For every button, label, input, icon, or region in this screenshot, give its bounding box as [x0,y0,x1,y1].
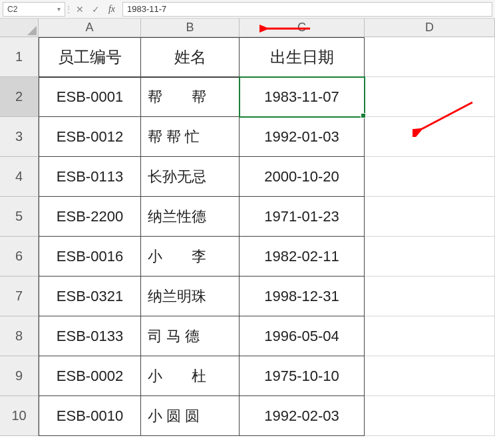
cell[interactable]: 1975-10-10 [240,356,365,396]
formula-value: 1983-11-7 [127,4,166,14]
cell[interactable]: 帮 帮 忙 [141,117,240,157]
header-cell-name[interactable]: 姓名 [141,37,240,77]
cell[interactable] [365,237,495,277]
row-header[interactable]: 3 [0,117,39,157]
cell[interactable]: 1992-02-03 [240,396,365,436]
row-header[interactable]: 9 [0,356,39,396]
cell[interactable]: ESB-2200 [39,197,141,237]
column-header-D[interactable]: D [365,19,495,37]
spreadsheet: A B C D 1 员工编号 姓名 出生日期 2 ESB-0001 帮 帮 19… [0,19,495,448]
table-row: 7 ESB-0321 纳兰明珠 1998-12-31 [0,277,495,316]
name-box-value: C2 [7,5,17,14]
cell[interactable]: ESB-0321 [39,277,141,316]
cell[interactable]: ESB-0010 [39,396,141,436]
selected-cell[interactable]: 1983-11-07 [240,77,365,117]
table-row: 10 ESB-0010 小 圆 圆 1992-02-03 [0,396,495,436]
cell[interactable]: 小 圆 圆 [141,396,240,436]
header-cell-birthdate[interactable]: 出生日期 [240,37,365,77]
cell[interactable] [365,277,495,316]
column-headers: A B C D [0,19,495,37]
cell[interactable]: 1996-05-04 [240,316,365,356]
cell[interactable] [365,37,495,77]
cell[interactable]: 1982-02-11 [240,237,365,277]
name-box[interactable]: C2 ▾ [3,2,65,17]
cell[interactable] [365,316,495,356]
formula-bar: C2 ▾ ⋮ ✕ ✓ fx 1983-11-7 [0,0,495,19]
arrow-annotation-icon [412,97,479,137]
column-header-B[interactable]: B [141,19,240,37]
column-header-A[interactable]: A [39,19,141,37]
separator: ⋮ [65,2,72,17]
cell[interactable] [365,396,495,436]
row-header[interactable]: 8 [0,316,39,356]
table-row: 8 ESB-0133 司 马 德 1996-05-04 [0,316,495,356]
table-row: 5 ESB-2200 纳兰性德 1971-01-23 [0,197,495,237]
row-header[interactable]: 4 [0,157,39,197]
row-header[interactable]: 5 [0,197,39,237]
cell[interactable]: 纳兰性德 [141,197,240,237]
cell[interactable]: 长孙无忌 [141,157,240,197]
row-header[interactable]: 7 [0,277,39,316]
cell[interactable] [365,356,495,396]
cell[interactable]: 1992-01-03 [240,117,365,157]
row-header[interactable]: 1 [0,37,39,77]
cell[interactable] [365,157,495,197]
cell[interactable]: ESB-0113 [39,157,141,197]
formula-input[interactable]: 1983-11-7 [122,2,492,17]
fx-icon[interactable]: fx [104,2,120,17]
row-header[interactable]: 10 [0,396,39,436]
svg-line-3 [422,102,472,129]
cell[interactable]: ESB-0001 [39,77,141,117]
cell[interactable]: ESB-0016 [39,237,141,277]
cancel-icon[interactable]: ✕ [72,2,88,17]
table-row: 1 员工编号 姓名 出生日期 [0,37,495,77]
confirm-icon[interactable]: ✓ [88,2,104,17]
cell[interactable]: 司 马 德 [141,316,240,356]
cell[interactable]: 纳兰明珠 [141,277,240,316]
cell[interactable]: 2000-10-20 [240,157,365,197]
table-row: 4 ESB-0113 长孙无忌 2000-10-20 [0,157,495,197]
cell[interactable]: 小 李 [141,237,240,277]
header-cell-employee-id[interactable]: 员工编号 [39,37,141,77]
chevron-down-icon[interactable]: ▾ [57,5,61,13]
cell[interactable]: 1971-01-23 [240,197,365,237]
arrow-annotation-icon [259,20,313,37]
table-row: 9 ESB-0002 小 杜 1975-10-10 [0,356,495,396]
cell[interactable]: 帮 帮 [141,77,240,117]
cell[interactable] [365,197,495,237]
cell[interactable]: 1998-12-31 [240,277,365,316]
select-all-corner[interactable] [0,19,39,37]
cell[interactable]: ESB-0133 [39,316,141,356]
cell[interactable]: 小 杜 [141,356,240,396]
row-header[interactable]: 6 [0,237,39,277]
table-row: 6 ESB-0016 小 李 1982-02-11 [0,237,495,277]
cell[interactable]: ESB-0012 [39,117,141,157]
row-header[interactable]: 2 [0,77,39,117]
cell[interactable]: ESB-0002 [39,356,141,396]
